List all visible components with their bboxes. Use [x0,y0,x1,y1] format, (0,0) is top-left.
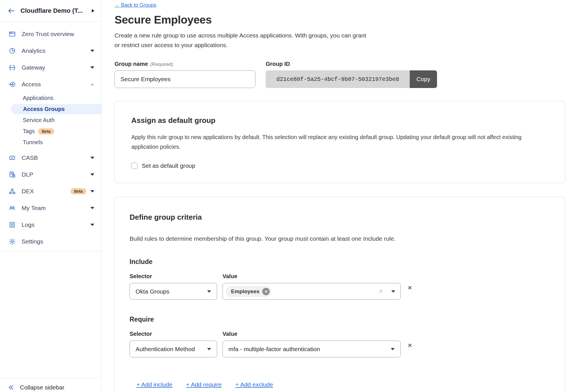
sidebar-item-label: Access Groups [23,106,65,112]
required-hint: (Required) [150,62,173,67]
page-description-line1: Create a new rule group to use across mu… [115,31,568,40]
sidebar-item-label: Access [22,81,90,88]
sidebar-item-label: Analytics [22,47,90,54]
gateway-icon [9,64,16,71]
remove-include-rule-icon[interactable]: ✕ [407,284,412,291]
criteria-heading: Define group criteria [130,213,548,222]
casb-icon [9,154,16,162]
set-default-checkbox-label: Set as default group [142,162,195,169]
back-to-groups-link[interactable]: ← Back to Groups [115,2,156,8]
sidebar-item-label: Service Auth [23,117,55,123]
sidebar-nav: Zero Trust overview Analytics Gateway Ac… [0,22,101,250]
set-default-checkbox[interactable] [131,163,138,169]
group-id-value: d21ce80f-5a25-4bcf-9b07-5032197e3be8 [266,70,410,88]
sidebar-item-service-auth[interactable]: Service Auth [0,115,101,126]
collapse-sidebar-label: Collapse sidebar [20,384,64,391]
assign-default-heading: Assign as default group [131,116,548,125]
assign-default-description-line1: Apply this rule group to new application… [131,132,548,142]
sidebar-item-label: DLP [22,171,90,178]
double-chevron-left-icon [8,384,14,391]
sidebar-item-label: Tunnels [23,139,43,146]
sidebar-item-dlp[interactable]: DLP [0,166,101,183]
logs-list-icon [9,221,16,229]
sidebar-item-logs[interactable]: Logs [0,216,101,233]
require-rule-row: Selector Authentication Method Value mfa… [130,331,548,357]
sidebar-item-dex[interactable]: DEX Beta [0,183,101,200]
sidebar-item-label: My Team [22,205,90,211]
add-include-link[interactable]: + Add include [136,381,172,388]
group-fields-row: Group name (Required) Group ID d21ce80f-… [115,61,568,88]
require-value-text: mfa - multiple-factor authentication [228,346,320,353]
chevron-down-icon [90,173,94,176]
sidebar-item-settings[interactable]: Settings [0,233,101,250]
add-exclude-link[interactable]: + Add exclude [235,381,273,388]
value-chip: Employees ✕ [226,286,272,297]
chevron-down-icon [90,224,94,226]
include-value-multiselect[interactable]: Employees ✕ ✕ [222,283,401,300]
require-value-dropdown[interactable]: mfa - multiple-factor authentication [222,341,401,357]
sidebar-item-label: Zero Trust overview [22,31,94,37]
document-lock-icon [9,171,16,178]
sidebar-divider [0,251,101,251]
page-title: Secure Employees [115,14,568,26]
assign-default-group-card: Assign as default group Apply this rule … [115,101,565,183]
copy-button[interactable]: Copy [410,70,437,88]
chevron-down-icon [90,207,94,209]
include-selector-dropdown[interactable]: Okta Groups [130,283,217,300]
sidebar-item-analytics[interactable]: Analytics [0,42,101,59]
sidebar-item-access[interactable]: Access [0,76,101,93]
chevron-down-icon [90,157,94,159]
add-require-link[interactable]: + Add require [186,381,222,388]
require-selector-value: Authentication Method [136,346,195,353]
chevron-down-icon [207,348,211,350]
sidebar-item-tunnels[interactable]: Tunnels [0,137,101,148]
define-group-criteria-card: Define group criteria Build rules to det… [115,197,565,392]
collapse-sidebar-button[interactable]: Collapse sidebar [0,378,101,392]
chevron-right-icon[interactable] [92,9,94,12]
sidebar-item-label: Settings [22,238,94,245]
chevron-down-icon [90,50,94,52]
beta-badge: Beta [70,188,86,194]
users-icon [9,204,16,212]
sidebar-item-access-groups[interactable]: Access Groups [11,104,101,114]
chip-remove-icon[interactable]: ✕ [262,288,270,295]
account-name: Cloudflare Demo (T... [20,7,92,14]
sidebar-item-label: Gateway [22,64,90,71]
chevron-down-icon [391,348,395,350]
require-value-label: Value [222,331,401,337]
require-heading: Require [130,316,548,323]
back-arrow-icon[interactable] [7,7,15,15]
sidebar-item-zero-trust-overview[interactable]: Zero Trust overview [0,26,101,42]
include-heading: Include [130,258,548,266]
sidebar-item-my-team[interactable]: My Team [0,200,101,216]
remove-require-rule-icon[interactable]: ✕ [407,342,412,349]
access-login-icon [9,81,16,88]
sidebar-item-label: CASB [22,154,90,161]
beta-badge: Beta [38,128,54,135]
include-rule-row: Selector Okta Groups Value Employees ✕ ✕ [130,273,548,300]
sidebar-item-applications[interactable]: Applications [0,93,101,104]
criteria-description: Build rules to determine membership of t… [130,235,548,242]
account-switcher[interactable]: Cloudflare Demo (T... [0,0,101,22]
clear-value-icon[interactable]: ✕ [378,288,383,295]
value-chip-label: Employees [231,288,259,295]
page-description-line2: or restrict user access to your applicat… [115,40,568,50]
group-name-field-group: Group name (Required) [115,61,255,88]
gear-icon [9,238,16,245]
sidebar-item-tags[interactable]: Tags Beta [0,126,101,137]
sidebar-item-label: Applications [23,95,53,101]
pie-chart-icon [9,47,16,54]
sidebar-item-gateway[interactable]: Gateway [0,59,101,76]
require-selector-label: Selector [130,331,217,337]
group-id-field-group: Group ID d21ce80f-5a25-4bcf-9b07-5032197… [266,61,437,88]
network-nodes-icon [9,188,16,195]
main-content: ← Back to Groups Secure Employees Create… [101,0,568,392]
assign-default-description: Apply this rule group to new application… [131,132,548,152]
chevron-down-icon [391,290,395,293]
require-selector-dropdown[interactable]: Authentication Method [130,341,217,357]
sidebar: Cloudflare Demo (T... Zero Trust overvie… [0,0,101,392]
group-name-label: Group name [115,61,148,67]
window-icon [9,30,16,38]
sidebar-item-casb[interactable]: CASB [0,149,101,166]
group-name-input[interactable] [115,70,255,88]
